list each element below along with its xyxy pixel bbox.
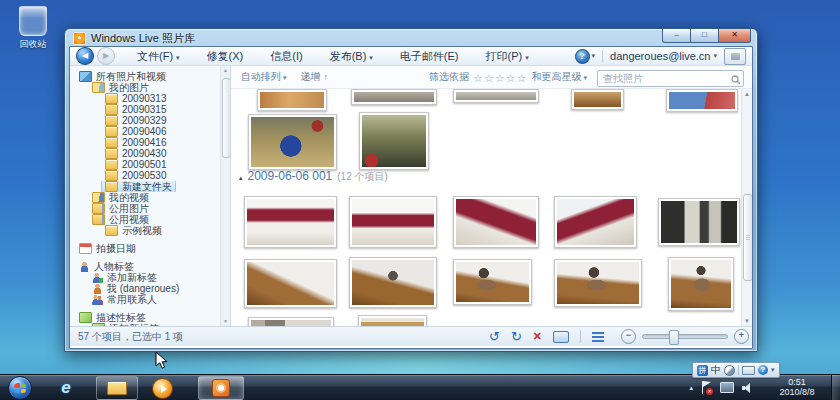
delete-button[interactable]: ✕ xyxy=(533,330,542,343)
sidebar-item[interactable]: 描述性标签 xyxy=(70,312,220,323)
ime-logo-icon[interactable]: 拼 xyxy=(697,365,708,376)
photo-thumbnail-strip-autumn[interactable] xyxy=(257,89,327,111)
photo-thumbnail-kitchen-b[interactable] xyxy=(349,196,437,248)
sidebar-item[interactable]: 公用视频 xyxy=(70,214,220,225)
sidebar-item[interactable]: 20090315 xyxy=(70,104,220,115)
zoom-out-button[interactable]: − xyxy=(621,329,636,344)
sidebar-item[interactable]: 拍摄日期 xyxy=(70,243,220,254)
sidebar-item[interactable]: 20090416 xyxy=(70,137,220,148)
photo-thumbnail-stairs-person[interactable] xyxy=(453,259,532,305)
titlebar[interactable]: Windows Live 照片库 – □ ✕ xyxy=(65,29,757,46)
photo-thumbnail-strip-wood[interactable] xyxy=(571,89,624,110)
sidebar-item[interactable]: 添加新标签 xyxy=(70,272,220,283)
forward-button[interactable]: ▶ xyxy=(97,47,115,65)
sort-ascending-icon[interactable]: ↑ xyxy=(324,72,329,82)
star-icon[interactable]: ☆ xyxy=(495,72,506,84)
sidebar-item[interactable]: 20090530 xyxy=(70,170,220,181)
sidebar-item[interactable]: 示例视频 xyxy=(70,225,220,236)
photo-thumbnail-kitchen-c[interactable] xyxy=(453,196,539,248)
action-center-icon[interactable]: ✕ xyxy=(701,381,712,394)
taskbar-explorer-button[interactable] xyxy=(96,376,138,400)
zoom-slider[interactable] xyxy=(642,334,728,339)
ime-help-icon[interactable]: ? xyxy=(758,365,768,375)
group-header[interactable]: ▴ 2009-06-06 001 (12 个项目) xyxy=(239,169,388,184)
sidebar-item[interactable]: 我的视频 xyxy=(70,192,220,203)
taskbar-clock[interactable]: 0:51 2010/8/8 xyxy=(768,377,826,397)
search-icon[interactable] xyxy=(731,71,741,89)
account-dropdown-icon[interactable]: ▾ xyxy=(713,52,717,60)
photo-thumbnail-strip-gray2[interactable] xyxy=(453,89,539,103)
maximize-button[interactable]: □ xyxy=(690,29,719,43)
volume-icon[interactable] xyxy=(742,383,752,393)
help-icon[interactable]: ? xyxy=(575,49,590,64)
sidebar-item[interactable]: 20090329 xyxy=(70,115,220,126)
scroll-down-icon[interactable]: ▼ xyxy=(742,316,752,326)
taskbar-photo-gallery-button[interactable] xyxy=(198,376,244,400)
sidebar-scrollbar[interactable]: ▲ ▼ xyxy=(220,66,230,326)
back-button[interactable]: ◀ xyxy=(76,47,94,65)
menu-item[interactable]: 信息(I) xyxy=(270,49,302,64)
show-desktop-button[interactable] xyxy=(831,375,840,400)
close-button[interactable]: ✕ xyxy=(718,29,751,43)
and-higher-menu[interactable]: 和更高星级▾ xyxy=(531,70,587,84)
menu-item[interactable]: 文件(F)▾ xyxy=(137,49,180,64)
language-mode-toggle[interactable]: 中 xyxy=(711,364,721,376)
sidebar-item[interactable]: 新建文件夹 xyxy=(70,181,220,192)
rotate-left-button[interactable]: ↺ xyxy=(489,330,500,343)
sidebar-scrollbar-thumb[interactable] xyxy=(222,78,231,158)
star-icon[interactable]: ☆ xyxy=(517,72,528,84)
scroll-up-icon[interactable]: ▲ xyxy=(221,66,230,75)
photo-thumbnail-stairs-person3[interactable] xyxy=(668,257,734,311)
photo-thumbnail-door[interactable] xyxy=(358,315,427,326)
photo-thumbnail-autumn-person[interactable] xyxy=(248,114,337,170)
scroll-up-icon[interactable]: ▲ xyxy=(742,89,752,99)
star-icon[interactable]: ☆ xyxy=(473,72,484,84)
sidebar-item[interactable]: 人物标签 xyxy=(70,261,220,272)
menu-item[interactable]: 发布(B)▾ xyxy=(330,49,373,64)
auto-arrange-menu[interactable]: 自动排列▾ xyxy=(241,70,287,84)
zoom-slider-handle[interactable] xyxy=(669,330,679,345)
sidebar-item[interactable]: 20090430 xyxy=(70,148,220,159)
network-icon[interactable] xyxy=(720,382,734,393)
menu-item[interactable]: 打印(P)▾ xyxy=(485,49,528,64)
help-dropdown-icon[interactable]: ▾ xyxy=(592,52,596,60)
sidebar-item[interactable]: 20090501 xyxy=(70,159,220,170)
sidebar-item[interactable]: 公用图片 xyxy=(70,203,220,214)
taskbar-media-player-icon[interactable] xyxy=(152,378,173,399)
sidebar-item[interactable]: 20090406 xyxy=(70,126,220,137)
minimize-button[interactable]: – xyxy=(662,29,691,43)
photo-thumbnail-strip-gray[interactable] xyxy=(351,89,437,105)
account-picture-button[interactable] xyxy=(724,48,746,65)
fullwidth-toggle-icon[interactable] xyxy=(724,365,735,376)
details-view-button[interactable] xyxy=(592,332,604,342)
rotate-right-button[interactable]: ↻ xyxy=(511,330,522,343)
soft-keyboard-icon[interactable] xyxy=(742,366,755,375)
tray-expand-icon[interactable]: ▴ xyxy=(689,384,693,392)
search-input[interactable] xyxy=(597,70,744,87)
language-bar-minimize-icon[interactable]: ▾ xyxy=(771,366,775,374)
photo-thumbnail-stairs-person2[interactable] xyxy=(554,259,642,307)
collapse-group-icon[interactable]: ▴ xyxy=(239,174,243,182)
sort-order-menu[interactable]: 递增 xyxy=(301,70,321,84)
slideshow-button[interactable] xyxy=(553,331,569,343)
content-scrollbar[interactable]: ▲ ▼ xyxy=(741,89,752,326)
photo-thumbnail-kitchen-a[interactable] xyxy=(244,196,337,248)
photo-thumbnail-hallway[interactable] xyxy=(248,317,334,326)
photo-thumbnail-kitchen-d[interactable] xyxy=(554,196,637,248)
sidebar-item[interactable]: 20090313 xyxy=(70,93,220,104)
sidebar-item[interactable]: 所有照片和视频 xyxy=(70,71,220,82)
photo-thumbnail-kitchen-dark[interactable] xyxy=(658,198,740,246)
menu-item[interactable]: 修复(X) xyxy=(207,49,244,64)
recycle-bin-shortcut[interactable]: 回收站 xyxy=(6,6,60,51)
sidebar-item[interactable]: 常用联系人 xyxy=(70,294,220,305)
photo-thumbnail-strip-play[interactable] xyxy=(666,89,738,112)
zoom-in-button[interactable]: + xyxy=(734,329,749,344)
sidebar-item[interactable]: 我 (dangeroues) xyxy=(70,283,220,294)
photo-thumbnail-stairs-a[interactable] xyxy=(244,259,337,308)
account-label[interactable]: dangeroues@live.cn xyxy=(610,50,710,62)
star-icon[interactable]: ☆ xyxy=(506,72,517,84)
taskbar-ie-icon[interactable]: e xyxy=(56,378,76,398)
photo-thumbnail-park[interactable] xyxy=(359,112,429,170)
menu-item[interactable]: 电子邮件(E) xyxy=(400,49,459,64)
sidebar-item[interactable]: 我的图片 xyxy=(70,82,220,93)
